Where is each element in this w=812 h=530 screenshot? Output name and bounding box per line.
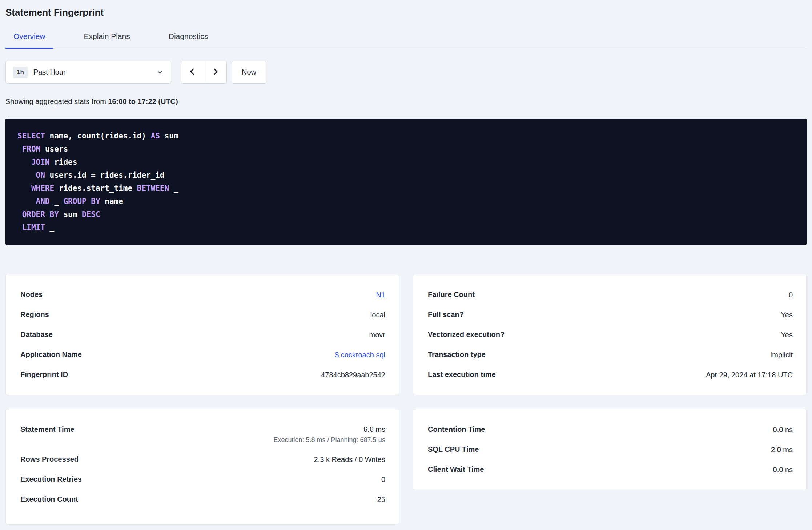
stat-label: Statement Time — [20, 425, 75, 434]
sql-statement-box: SELECT name, count(rides.id) AS sum FROM… — [5, 119, 807, 245]
stat-row: Databasemovr — [20, 325, 385, 345]
sql-keyword: LIMIT — [22, 223, 45, 232]
time-range-dropdown[interactable]: 1h Past Hour — [5, 61, 171, 84]
stat-label: Nodes — [20, 290, 43, 299]
sql-line: WHERE rides.start_time BETWEEN _ — [17, 182, 795, 195]
stat-value: 2.0 ms — [771, 446, 793, 454]
sql-identifier — [17, 145, 22, 153]
execution-attributes-card: Failure Count0Full scan?YesVectorized ex… — [413, 274, 807, 395]
time-range-label: Past Hour — [33, 68, 66, 76]
stat-row: Full scan?Yes — [428, 305, 793, 325]
stat-label: Regions — [20, 310, 49, 319]
stat-value: 0.0 ns — [773, 426, 793, 434]
sql-identifier: users — [40, 145, 68, 153]
sql-keyword: DESC — [82, 210, 100, 219]
stat-value-wrap: Implicit — [770, 350, 793, 360]
sql-keyword: ON — [36, 171, 45, 180]
tab-overview[interactable]: Overview — [5, 28, 53, 48]
sql-identifier — [17, 210, 22, 219]
stat-row: Transaction typeImplicit — [428, 345, 793, 365]
sql-line: JOIN rides — [17, 156, 795, 169]
stat-value: 2.3 k Reads / 0 Writes — [314, 455, 385, 463]
stat-value-wrap: 2.0 ms — [771, 445, 793, 454]
sql-identifier: name — [100, 197, 123, 206]
next-time-button[interactable] — [204, 61, 227, 84]
stat-label: Vectorized execution? — [428, 330, 505, 339]
stat-value: 0 — [789, 291, 793, 299]
stat-label: SQL CPU Time — [428, 445, 479, 454]
stat-label: Database — [20, 330, 53, 339]
details-cards-row: NodesN1RegionslocalDatabasemovrApplicati… — [5, 274, 807, 395]
tab-explain-plans[interactable]: Explain Plans — [76, 28, 138, 48]
sql-keyword: JOIN — [31, 158, 50, 166]
sql-keyword: GROUP BY — [63, 197, 100, 206]
sql-identifier: sum — [160, 132, 178, 140]
stat-row: Statement Time6.6 msExecution: 5.8 ms / … — [20, 419, 385, 449]
stat-value: 4784cb829aab2542 — [321, 371, 385, 379]
stat-value-wrap: 25 — [377, 495, 385, 504]
stat-value-wrap: 4784cb829aab2542 — [321, 370, 385, 380]
sql-identifier: rides — [50, 158, 77, 166]
wait-time-card: Contention Time0.0 nsSQL CPU Time2.0 msC… — [413, 409, 807, 490]
sql-line: ORDER BY sum DESC — [17, 208, 795, 221]
statement-details-card: NodesN1RegionslocalDatabasemovrApplicati… — [5, 274, 399, 395]
stat-row: Contention Time0.0 ns — [428, 419, 793, 439]
stat-value-wrap: Yes — [781, 330, 793, 340]
stat-value-link[interactable]: $ cockroach sql — [335, 351, 385, 359]
sql-line: SELECT name, count(rides.id) AS sum — [17, 129, 795, 142]
stat-label: Rows Processed — [20, 455, 79, 463]
statement-fingerprint-page: Statement Fingerprint OverviewExplain Pl… — [0, 0, 812, 530]
stat-label: Fingerprint ID — [20, 370, 68, 379]
sql-line: FROM users — [17, 142, 795, 156]
stat-row: Rows Processed2.3 k Reads / 0 Writes — [20, 449, 385, 469]
sql-identifier: name, count(rides.id) — [45, 132, 151, 140]
stat-subvalue: Execution: 5.8 ms / Planning: 687.5 µs — [273, 436, 385, 444]
stat-row: NodesN1 — [20, 285, 385, 305]
stat-value: 25 — [377, 495, 385, 503]
stat-label: Last execution time — [428, 370, 496, 379]
sql-line: LIMIT _ — [17, 221, 795, 234]
stat-value-wrap: 0.0 ns — [773, 425, 793, 434]
stat-row: SQL CPU Time2.0 ms — [428, 439, 793, 459]
stat-row: Last execution timeApr 29, 2024 at 17:18… — [428, 365, 793, 385]
sql-line: ON users.id = rides.rider_id — [17, 169, 795, 182]
stat-value: Yes — [781, 311, 793, 319]
stat-value-wrap: 0.0 ns — [773, 465, 793, 474]
stat-label: Application Name — [20, 350, 82, 359]
sql-line: AND _ GROUP BY name — [17, 195, 795, 208]
sql-identifier — [17, 223, 22, 232]
stat-value-wrap: movr — [369, 330, 385, 340]
stat-value: local — [370, 311, 385, 319]
sql-code: SELECT name, count(rides.id) AS sum FROM… — [17, 129, 795, 234]
stat-row: Execution Retries0 — [20, 469, 385, 489]
prev-time-button[interactable] — [181, 61, 204, 84]
sql-keyword: FROM — [22, 145, 41, 153]
statement-timing-card: Statement Time6.6 msExecution: 5.8 ms / … — [5, 409, 399, 525]
stat-value-wrap: local — [370, 310, 385, 320]
stat-label: Full scan? — [428, 310, 464, 319]
stat-value-wrap: N1 — [376, 290, 385, 300]
sql-keyword: SELECT — [17, 132, 45, 140]
sql-identifier: users.id = rides.rider_id — [45, 171, 165, 180]
sql-keyword: AND — [36, 197, 50, 206]
sql-identifier — [17, 197, 36, 206]
time-step-buttons — [181, 61, 227, 84]
now-button[interactable]: Now — [232, 61, 266, 84]
sql-identifier: rides.start_time — [54, 184, 137, 193]
stat-row: Failure Count0 — [428, 285, 793, 305]
stat-value: movr — [369, 331, 385, 339]
chevron-left-icon — [188, 67, 197, 77]
tab-diagnostics[interactable]: Diagnostics — [161, 28, 216, 48]
stats-range: 16:00 to 17:22 (UTC) — [108, 97, 178, 105]
stat-label: Execution Count — [20, 495, 78, 503]
sql-identifier — [17, 158, 31, 166]
stat-label: Contention Time — [428, 425, 485, 434]
sql-identifier — [17, 184, 31, 193]
sql-identifier: sum — [59, 210, 82, 219]
stat-value-wrap: $ cockroach sql — [335, 350, 385, 360]
time-controls: 1h Past Hour Now — [5, 61, 807, 84]
stat-value-link[interactable]: N1 — [376, 291, 385, 299]
stat-label: Client Wait Time — [428, 465, 484, 474]
chevron-down-icon — [156, 69, 164, 76]
aggregated-stats-line: Showing aggregated stats from 16:00 to 1… — [5, 97, 807, 106]
